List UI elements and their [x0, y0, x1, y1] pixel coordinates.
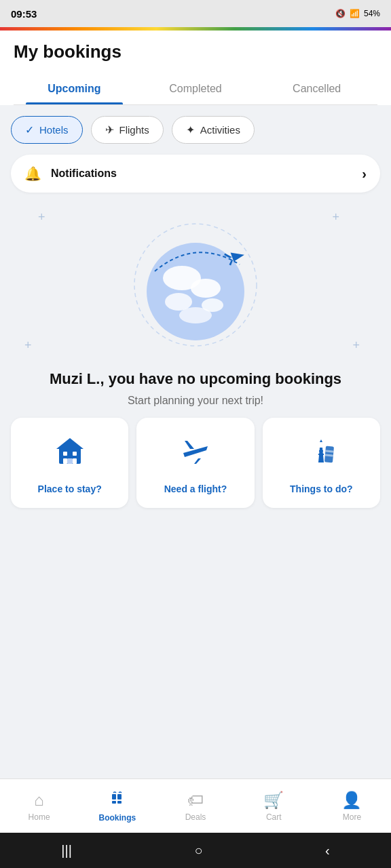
nav-cart[interactable]: 🛒 Cart [235, 785, 313, 827]
tabs-container: Upcoming Completed Cancelled [14, 73, 377, 105]
action-card-activities[interactable]: Things to do? [263, 418, 380, 508]
bottom-nav: ⌂ Home Bookings 🏷 Deals 🛒 Cart 👤 More [0, 778, 391, 833]
svg-marker-18 [185, 441, 194, 449]
status-time: 09:53 [11, 8, 37, 20]
cart-icon: 🛒 [263, 791, 284, 810]
empty-subtitle: Start planning your next trip! [24, 395, 367, 407]
status-icons: 🔇 📶 54% [335, 9, 380, 18]
svg-marker-7 [231, 248, 246, 261]
svg-rect-11 [63, 452, 67, 456]
quick-actions: Place to stay? Need a flight? [11, 418, 380, 508]
svg-rect-13 [63, 458, 67, 464]
tab-completed[interactable]: Completed [135, 73, 257, 104]
filter-chips: ✓ Hotels ✈ Flights ✦ Activities [11, 116, 380, 144]
nav-bookings[interactable]: Bookings [78, 785, 156, 828]
svg-marker-23 [320, 439, 322, 442]
header: My bookings Upcoming Completed Cancelled [0, 31, 391, 105]
battery-text: 54% [364, 9, 380, 18]
notifications-label: Notifications [51, 167, 117, 180]
svg-rect-16 [67, 458, 73, 464]
tab-cancelled[interactable]: Cancelled [256, 73, 377, 104]
nav-home-label: Home [29, 812, 50, 822]
chip-flights[interactable]: ✈ Flights [91, 116, 164, 144]
wifi-icon: 📶 [350, 9, 360, 18]
nav-cart-label: Cart [266, 812, 282, 822]
decoration-plus-2: + [332, 210, 339, 224]
hotel-label: Place to stay? [38, 484, 102, 494]
chip-hotels[interactable]: ✓ Hotels [11, 116, 83, 144]
tab-upcoming[interactable]: Upcoming [14, 73, 135, 104]
svg-marker-17 [183, 446, 208, 457]
svg-rect-29 [112, 801, 116, 804]
nav-deals[interactable]: 🏷 Deals [156, 785, 234, 827]
plane-icon: ✈ [105, 123, 114, 136]
decoration-plus-1: + [38, 210, 45, 224]
home-icon: ⌂ [34, 791, 44, 810]
bell-icon: 🔔 [24, 165, 41, 182]
decoration-plus-4: + [352, 338, 360, 353]
activity-icon: ✦ [186, 123, 195, 136]
empty-state: Muzi L., you have no upcoming bookings S… [11, 370, 380, 407]
svg-point-3 [191, 279, 221, 298]
action-card-hotel[interactable]: Place to stay? [11, 418, 128, 508]
nav-deals-label: Deals [185, 812, 206, 822]
globe-illustration [128, 217, 263, 353]
illustration-area: + + + + [11, 203, 380, 359]
chevron-right-icon: › [362, 166, 367, 182]
svg-point-6 [179, 307, 212, 323]
svg-rect-12 [73, 452, 77, 456]
nav-bookings-label: Bookings [98, 813, 136, 823]
svg-rect-28 [117, 794, 122, 800]
more-icon: 👤 [341, 791, 362, 810]
page-title: My bookings [14, 41, 377, 62]
android-back-btn[interactable]: ‹ [325, 843, 330, 859]
nav-more-label: More [343, 812, 361, 822]
flight-icon [179, 434, 212, 473]
svg-marker-15 [56, 438, 83, 449]
decoration-plus-3: + [24, 338, 32, 353]
bookings-icon [109, 790, 126, 810]
status-bar: 09:53 🔇 📶 54% [0, 0, 391, 27]
action-card-flight[interactable]: Need a flight? [136, 418, 254, 508]
content-area: ✓ Hotels ✈ Flights ✦ Activities 🔔 Notifi… [0, 105, 391, 778]
empty-title: Muzi L., you have no upcoming bookings [24, 370, 367, 388]
hotel-icon [54, 434, 86, 473]
android-menu-btn[interactable]: ||| [61, 843, 72, 859]
nav-more[interactable]: 👤 More [313, 785, 391, 827]
svg-point-4 [165, 293, 192, 311]
svg-rect-30 [117, 801, 122, 804]
chip-activities[interactable]: ✦ Activities [172, 116, 255, 144]
android-home-btn[interactable]: ○ [194, 843, 202, 859]
svg-rect-14 [73, 458, 77, 464]
deals-icon: 🏷 [187, 791, 204, 810]
svg-rect-27 [112, 794, 116, 800]
notifications-bar[interactable]: 🔔 Notifications › [11, 155, 380, 193]
mute-icon: 🔇 [335, 9, 346, 18]
activities-label: Things to do? [290, 484, 353, 494]
svg-marker-19 [194, 458, 201, 464]
flight-label: Need a flight? [164, 484, 227, 494]
activities-icon [305, 434, 337, 473]
check-icon: ✓ [25, 123, 34, 136]
nav-home[interactable]: ⌂ Home [0, 785, 78, 827]
android-nav: ||| ○ ‹ [0, 833, 391, 868]
